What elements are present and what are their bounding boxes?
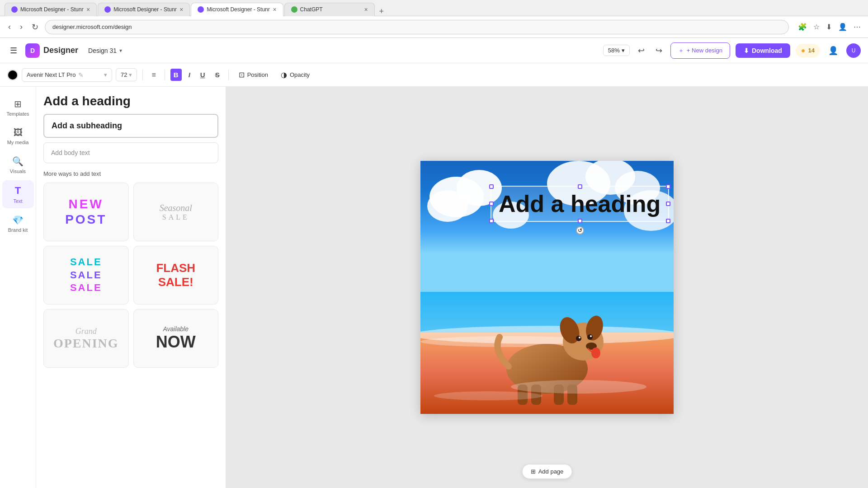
text-template-available-now[interactable]: Available NOW <box>133 309 219 368</box>
italic-button[interactable]: I <box>185 69 193 81</box>
settings-icon[interactable]: ⋯ <box>852 21 863 33</box>
position-label: Position <box>247 71 268 78</box>
user-avatar[interactable]: U <box>846 43 861 58</box>
text-template-grand-opening[interactable]: Grand OPENING <box>43 309 129 368</box>
extensions-icon[interactable]: 🧩 <box>796 21 809 33</box>
browser-tab-3[interactable]: Microsoft Designer - Stunning × <box>191 3 283 16</box>
downloads-icon[interactable]: ⬇ <box>824 21 834 33</box>
text-label: Text <box>13 198 22 204</box>
svg-point-19 <box>587 334 593 340</box>
sale-stack-text: SALE SALE SALE <box>70 256 102 295</box>
tab-close-2[interactable]: × <box>179 6 183 13</box>
svg-point-22 <box>591 347 600 358</box>
available-now-text: Available NOW <box>156 325 196 352</box>
redo-button[interactable]: ↪ <box>653 43 665 58</box>
templates-label: Templates <box>6 111 29 117</box>
add-heading-option[interactable]: Add a heading <box>43 94 218 108</box>
profile-icon[interactable]: 👤 <box>836 21 849 33</box>
coin-icon: ● <box>801 47 806 55</box>
sidebar-item-text[interactable]: T Text <box>2 180 34 208</box>
text-template-flash-sale[interactable]: FLASH SALE! <box>133 246 219 305</box>
my-media-label: My media <box>7 140 29 145</box>
opacity-button[interactable]: ◑ Opacity <box>276 68 314 82</box>
back-button[interactable]: ‹ <box>5 20 14 33</box>
logo-text: Designer <box>43 46 78 55</box>
position-layers-icon: ⊡ <box>239 70 245 79</box>
logo-icon: D <box>25 43 40 58</box>
handle-bottom-right[interactable] <box>666 219 670 223</box>
tab-close-4[interactable]: × <box>364 6 368 13</box>
svg-point-18 <box>576 336 581 341</box>
templates-icon: ⊞ <box>14 99 22 109</box>
browser-tab-4[interactable]: ChatGPT × <box>284 3 375 16</box>
font-name: Avenir Next LT Pro <box>27 71 75 78</box>
logo: D Designer <box>25 43 78 58</box>
new-design-button[interactable]: ＋ + New design <box>670 42 730 59</box>
handle-bottom-middle[interactable] <box>578 219 582 223</box>
underline-label: U <box>200 71 205 79</box>
canvas-image[interactable]: Add a heading ↺ <box>420 161 674 414</box>
add-page-button[interactable]: ⊞ Add page <box>522 464 572 479</box>
address-text: designer.microsoft.com/design <box>52 23 132 30</box>
handle-top-middle[interactable] <box>578 184 582 189</box>
hamburger-button[interactable]: ☰ <box>7 43 20 58</box>
browser-tab-2[interactable]: Microsoft Designer - Stunning × <box>98 3 190 16</box>
canvas-heading-text: Add a heading <box>499 191 660 217</box>
tab-close-3[interactable]: × <box>273 6 276 13</box>
text-template-seasonal-sale[interactable]: Seasonal SALE <box>133 183 219 241</box>
browser-tab-1[interactable]: Microsoft Designer - Stunning × <box>5 3 97 16</box>
zoom-value: 58% <box>608 47 620 54</box>
strikethrough-button[interactable]: S <box>212 69 223 81</box>
underline-button[interactable]: U <box>197 69 208 81</box>
sidebar-item-visuals[interactable]: 🔍 Visuals <box>2 151 34 178</box>
handle-top-left[interactable] <box>489 184 494 189</box>
zoom-control[interactable]: 58% ▾ <box>603 45 630 56</box>
app-header: ☰ D Designer Design 31 ▾ 58% ▾ ↩ ↪ ＋ + N… <box>0 38 868 63</box>
svg-point-28 <box>434 391 542 400</box>
sidebar-item-my-media[interactable]: 🖼 My media <box>2 123 34 150</box>
tab-favicon-4 <box>291 6 297 13</box>
download-button[interactable]: ⬇ Download <box>736 43 790 58</box>
canvas-text-box[interactable]: Add a heading ↺ <box>491 186 669 222</box>
new-post-text: NEW POST <box>65 197 107 227</box>
text-color-swatch[interactable] <box>7 70 18 80</box>
toolbar-divider-1 <box>142 70 143 80</box>
tab-close-1[interactable]: × <box>86 6 90 13</box>
bold-label: B <box>174 71 179 79</box>
text-templates-grid: NEW POST Seasonal SALE SALE SALE SALE <box>43 183 218 368</box>
text-template-new-post[interactable]: NEW POST <box>43 183 129 241</box>
rotate-handle[interactable]: ↺ <box>576 226 584 235</box>
reload-button[interactable]: ↻ <box>29 20 41 34</box>
grand-opening-text: Grand OPENING <box>53 327 119 351</box>
svg-point-21 <box>590 335 592 337</box>
new-tab-button[interactable]: + <box>376 7 388 16</box>
font-size-value: 72 <box>121 71 127 78</box>
bold-button[interactable]: B <box>170 69 182 81</box>
text-align-button[interactable]: ≡ <box>148 69 159 81</box>
handle-left-middle[interactable] <box>489 202 494 206</box>
font-size-chevron-icon: ▾ <box>129 71 132 78</box>
handle-bottom-left[interactable] <box>489 219 494 223</box>
sidebar-item-templates[interactable]: ⊞ Templates <box>2 94 34 121</box>
address-bar[interactable]: designer.microsoft.com/design <box>45 20 789 34</box>
font-edit-icon: ✎ <box>78 71 84 79</box>
add-body-text-option[interactable]: Add body text <box>43 142 218 163</box>
text-template-sale-stack[interactable]: SALE SALE SALE <box>43 246 129 305</box>
font-size-control[interactable]: 72 ▾ <box>116 68 137 81</box>
sidebar-item-brand-kit[interactable]: 💎 Brand kit <box>2 210 34 237</box>
share-button[interactable]: 👤 <box>826 43 841 58</box>
flash-sale-text: FLASH SALE! <box>156 261 195 289</box>
handle-top-right[interactable] <box>666 184 670 189</box>
undo-button[interactable]: ↩ <box>635 43 647 58</box>
handle-right-middle[interactable] <box>666 202 670 206</box>
coins-count: 14 <box>808 47 815 54</box>
canvas-area[interactable]: Add a heading ↺ ⊞ Add page <box>226 87 868 488</box>
design-name-control[interactable]: Design 31 ▾ <box>84 45 127 56</box>
favorites-icon[interactable]: ☆ <box>811 21 821 33</box>
text-icon: T <box>15 185 21 197</box>
text-panel: Add a heading Add a subheading Add body … <box>36 87 226 488</box>
position-button[interactable]: ⊡ Position <box>234 68 273 82</box>
add-subheading-option[interactable]: Add a subheading <box>43 114 218 138</box>
forward-button[interactable]: › <box>17 20 25 33</box>
font-selector[interactable]: Avenir Next LT Pro ✎ ▾ <box>22 68 112 82</box>
